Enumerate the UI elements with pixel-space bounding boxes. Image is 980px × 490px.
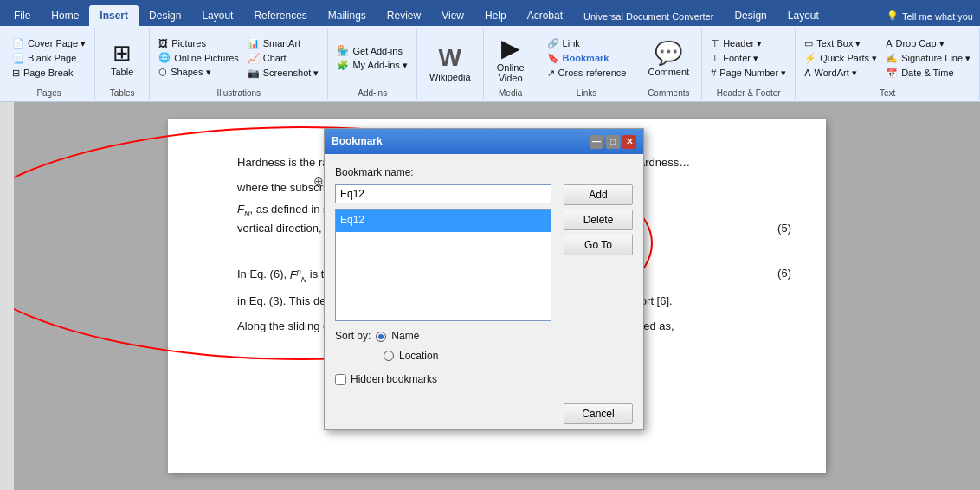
bookmark-name-input[interactable]	[335, 184, 551, 203]
sort-row: Sort by: Name	[335, 328, 633, 345]
list-item-eq12[interactable]: Eq12	[336, 210, 551, 231]
smartart-button[interactable]: 📊 SmartArt	[244, 36, 323, 51]
dialog-minimize-button[interactable]: —	[590, 135, 603, 149]
dialog-titlebar-controls: — □ ✕	[590, 135, 636, 149]
header-icon: ⊤	[711, 38, 719, 49]
delete-button[interactable]: Delete	[564, 210, 633, 230]
comment-icon: 💬	[654, 40, 682, 67]
bookmark-button[interactable]: 🔖 Bookmark	[544, 51, 630, 66]
tab-insert[interactable]: Insert	[89, 5, 139, 26]
group-pages: 📄 Cover Page ▾ 📃 Blank Page ⊞ Page Break…	[3, 28, 95, 100]
bookmark-listbox[interactable]: Eq12	[335, 209, 551, 321]
online-pictures-icon: 🌐	[158, 52, 171, 63]
goto-button[interactable]: Go To	[564, 235, 633, 255]
dialog-input-row: Eq12 Add Delete Go To	[335, 184, 633, 321]
group-addins: 🏪 Get Add-ins 🧩 My Add-ins ▾ Add-ins	[328, 28, 416, 100]
cover-page-button[interactable]: 📄 Cover Page ▾	[9, 36, 89, 51]
textbox-button[interactable]: ▭ Text Box ▾	[801, 36, 880, 51]
page-break-button[interactable]: ⊞ Page Break	[9, 66, 89, 81]
sort-location-label[interactable]: Location	[399, 348, 438, 364]
sort-location-radio[interactable]	[384, 351, 394, 361]
page-edit-marker: ⊕	[313, 171, 324, 190]
cover-page-icon: 📄	[12, 38, 24, 49]
comment-button[interactable]: 💬 Comment	[641, 36, 696, 81]
pictures-icon: 🖼	[158, 38, 168, 48]
left-ruler	[0, 102, 14, 490]
dialog-body: Bookmark name: Eq12	[325, 154, 643, 398]
wordart-button[interactable]: A WordArt ▾	[801, 66, 880, 81]
tab-udc[interactable]: Universal Document Converter	[573, 7, 724, 26]
doc-container[interactable]: ⊕ Hardness is the ratio of l……………………rkov…	[14, 102, 980, 490]
tab-layout2[interactable]: Layout	[777, 5, 829, 26]
links-col: 🔗 Link 🔖 Bookmark ↗ Cross-reference	[544, 36, 630, 81]
tab-file[interactable]: File	[3, 5, 41, 26]
dialog-titlebar: Bookmark — □ ✕	[325, 129, 643, 154]
hf-col: ⊤ Header ▾ ⊥ Footer ▾ # Page Number ▾	[707, 36, 790, 81]
hidden-checkbox-row: Hidden bookmarks	[335, 371, 633, 388]
sort-name-label[interactable]: Name	[391, 328, 419, 345]
table-button[interactable]: ⊞ Table	[100, 36, 144, 81]
hidden-bookmarks-label: Hidden bookmarks	[351, 371, 437, 388]
sort-name-radio[interactable]	[376, 332, 386, 342]
dialog-list-container: Eq12	[335, 209, 557, 321]
tab-layout[interactable]: Layout	[191, 5, 243, 26]
tab-acrobat[interactable]: Acrobat	[517, 5, 573, 26]
tab-home[interactable]: Home	[41, 5, 89, 26]
quickparts-button[interactable]: ⚡ Quick Parts ▾	[801, 51, 880, 66]
tell-me-text[interactable]: Tell me what you	[902, 11, 973, 22]
dialog-action-buttons: Add Delete Go To	[564, 184, 633, 321]
wordart-icon: A	[804, 68, 810, 78]
table-icon: ⊞	[113, 40, 132, 67]
datetime-button[interactable]: 📅 Date & Time	[882, 66, 974, 81]
hidden-bookmarks-checkbox[interactable]	[335, 374, 346, 385]
cross-reference-button[interactable]: ↗ Cross-reference	[544, 66, 630, 81]
document-page: ⊕ Hardness is the ratio of l……………………rkov…	[168, 119, 826, 473]
footer-icon: ⊥	[711, 53, 719, 64]
links-content: 🔗 Link 🔖 Bookmark ↗ Cross-reference	[544, 29, 630, 87]
shapes-button[interactable]: ⬡ Shapes ▾	[155, 65, 242, 80]
tab-references[interactable]: References	[243, 5, 317, 26]
header-button[interactable]: ⊤ Header ▾	[707, 36, 790, 51]
eq-number-5: (5)	[777, 220, 791, 238]
wikipedia-button[interactable]: W Wikipedia	[422, 41, 478, 86]
online-video-button[interactable]: ▶ OnlineVideo	[489, 30, 532, 87]
pages-label: Pages	[36, 87, 61, 98]
text-col2: A Drop Cap ▾ ✍ Signature Line ▾ 📅 Date &…	[882, 36, 974, 81]
shapes-icon: ⬡	[158, 67, 167, 78]
tab-design2[interactable]: Design	[724, 5, 777, 26]
blank-page-icon: 📃	[12, 53, 24, 64]
get-addins-button[interactable]: 🏪 Get Add-ins	[333, 43, 410, 58]
pictures-button[interactable]: 🖼 Pictures	[155, 36, 242, 50]
store-icon: 🏪	[337, 45, 349, 56]
dropcap-button[interactable]: A Drop Cap ▾	[882, 36, 974, 51]
tables-label: Tables	[110, 87, 135, 98]
dialog-footer: Cancel	[325, 398, 643, 429]
screenshot-button[interactable]: 📷 Screenshot ▾	[244, 66, 323, 81]
cancel-button[interactable]: Cancel	[564, 403, 633, 424]
my-addins-button[interactable]: 🧩 My Add-ins ▾	[333, 58, 410, 73]
chart-button[interactable]: 📈 Chart	[244, 51, 323, 66]
video-icon: ▶	[501, 34, 520, 62]
dialog-restore-button[interactable]: □	[606, 135, 620, 149]
online-pictures-button[interactable]: 🌐 Online Pictures	[155, 50, 242, 65]
puzzle-icon: 🧩	[337, 60, 349, 71]
footer-button[interactable]: ⊥ Footer ▾	[707, 51, 790, 66]
bookmark-dialog[interactable]: Bookmark — □ ✕ Bookmark name:	[324, 128, 644, 430]
dialog-close-button[interactable]: ✕	[622, 135, 636, 149]
link-button[interactable]: 🔗 Link	[544, 36, 630, 51]
group-header-footer: ⊤ Header ▾ ⊥ Footer ▾ # Page Number ▾ He…	[702, 28, 796, 100]
tab-view[interactable]: View	[431, 5, 474, 26]
add-button[interactable]: Add	[564, 184, 633, 205]
tab-review[interactable]: Review	[377, 5, 431, 26]
ribbon-tabs: File Home Insert Design Layout Reference…	[0, 0, 980, 26]
tab-mailings[interactable]: Mailings	[318, 5, 377, 26]
links-label: Links	[577, 87, 596, 98]
sort-section: Sort by: Name Location	[335, 328, 633, 364]
link-icon: 🔗	[547, 38, 559, 49]
tab-design[interactable]: Design	[139, 5, 191, 26]
signature-button[interactable]: ✍ Signature Line ▾	[882, 51, 974, 66]
pages-buttons: 📄 Cover Page ▾ 📃 Blank Page ⊞ Page Break	[9, 29, 89, 87]
tab-help[interactable]: Help	[474, 5, 517, 26]
blank-page-button[interactable]: 📃 Blank Page	[9, 51, 89, 66]
page-number-button[interactable]: # Page Number ▾	[707, 66, 790, 81]
